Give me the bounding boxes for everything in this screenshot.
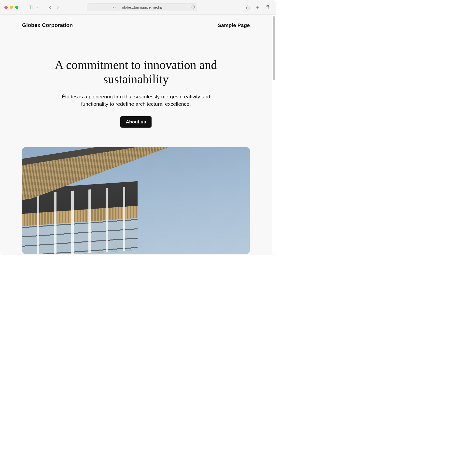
vertical-scrollbar[interactable]	[272, 15, 276, 255]
svg-rect-0	[29, 6, 33, 9]
hero-heading: A commitment to innovation and sustainab…	[43, 58, 229, 86]
about-us-button[interactable]: About us	[120, 116, 151, 128]
window-close-button[interactable]	[4, 6, 8, 9]
page-content[interactable]: Globex Corporation Sample Page A commitm…	[0, 15, 272, 255]
hero-image-container	[0, 128, 272, 255]
hero-section: A commitment to innovation and sustainab…	[0, 28, 272, 128]
lock-icon	[112, 5, 116, 10]
hero-image	[22, 147, 250, 254]
hero-subheading: Études is a pioneering firm that seamles…	[55, 93, 217, 108]
forward-button	[54, 4, 62, 11]
window-controls	[4, 6, 18, 9]
window-minimize-button[interactable]	[10, 6, 13, 9]
new-tab-icon[interactable]	[254, 4, 261, 11]
tab-groups-chevron-icon[interactable]	[35, 4, 40, 11]
site-nav: Sample Page	[218, 22, 250, 28]
address-bar[interactable]: globex.turnipjuice.media	[87, 3, 197, 11]
svg-rect-6	[266, 6, 269, 9]
nav-link-sample-page[interactable]: Sample Page	[218, 22, 250, 28]
site-header: Globex Corporation Sample Page	[0, 15, 272, 28]
browser-toolbar: globex.turnipjuice.media	[0, 0, 276, 15]
reload-icon[interactable]	[191, 5, 195, 10]
scrollbar-thumb[interactable]	[273, 16, 275, 80]
window-zoom-button[interactable]	[15, 6, 18, 9]
browser-viewport: Globex Corporation Sample Page A commitm…	[0, 15, 276, 255]
back-button[interactable]	[46, 4, 54, 11]
svg-rect-2	[113, 7, 115, 8]
address-bar-url: globex.turnipjuice.media	[122, 5, 162, 9]
sidebar-toggle-icon[interactable]	[27, 4, 35, 11]
browser-window: globex.turnipjuice.media Globex Corporat…	[0, 0, 276, 255]
share-icon[interactable]	[244, 4, 252, 11]
site-title[interactable]: Globex Corporation	[22, 22, 73, 28]
tab-overview-icon[interactable]	[264, 4, 271, 11]
